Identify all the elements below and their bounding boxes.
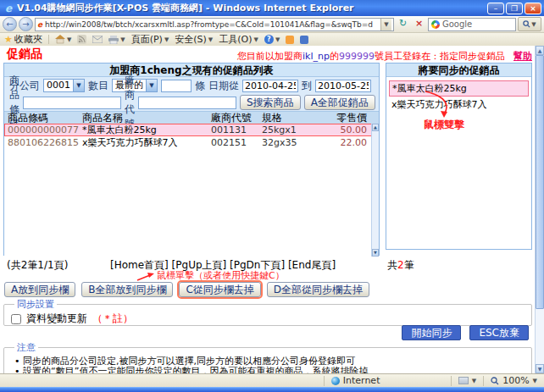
- chevron-down-icon: ▼: [120, 36, 125, 43]
- printer-icon: [108, 36, 119, 44]
- favorites-label: 收藏夾: [14, 33, 42, 46]
- zoom-level: 100%: [502, 375, 529, 386]
- print-button[interactable]: ▼: [108, 36, 125, 44]
- mail-icon[interactable]: [92, 36, 103, 43]
- count-input[interactable]: [161, 80, 192, 92]
- table-body: 0000000000772 *風車太白粉25kg 001131 25kgx1 5…: [4, 124, 379, 257]
- menu-page[interactable]: 頁面(P) ▼: [131, 33, 169, 46]
- addon-icon[interactable]: [286, 36, 294, 44]
- action-button-row: 開始同步 ESC放棄: [402, 325, 529, 340]
- cell-price: 50.00: [306, 124, 379, 135]
- add-to-sync-button[interactable]: A放到同步欄: [4, 282, 75, 297]
- search-button[interactable]: ▼: [518, 17, 541, 31]
- scroll-up-icon[interactable]: ▲: [536, 46, 544, 55]
- address-dropdown-icon[interactable]: ▼: [380, 19, 391, 30]
- date-to-input[interactable]: [315, 80, 371, 92]
- search-input[interactable]: Google: [428, 18, 516, 31]
- remove-all-from-sync-button[interactable]: D全部從同步欄去掉: [267, 282, 369, 297]
- cell-name: *風車太白粉25kg: [79, 124, 208, 136]
- sync-settings-legend: 同步設置: [14, 298, 57, 311]
- add-all-to-sync-button[interactable]: B全部放到同步欄: [81, 282, 173, 297]
- restore-button[interactable]: [506, 3, 523, 14]
- barcode-input[interactable]: [23, 97, 121, 109]
- table-header: 商品條碼 商品名稱 廠商代號 規格 零售價: [4, 111, 379, 124]
- scroll-up-icon[interactable]: ▲: [372, 124, 379, 131]
- sync-settings-group: 同步設置 資料變動更新 （＊註）: [3, 298, 532, 326]
- menu-safety[interactable]: 安全(S) ▼: [175, 33, 213, 46]
- sync-panel-header: 將要同步的促銷品: [386, 63, 531, 77]
- search-products-button[interactable]: S搜索商品: [240, 95, 301, 110]
- magnifier-icon: [523, 20, 530, 28]
- note-text: （＊註）: [92, 312, 133, 326]
- col-name: 商品名稱: [79, 111, 208, 125]
- vendor-input[interactable]: [138, 97, 236, 109]
- count-number: 2: [397, 259, 404, 271]
- help-icon: ?: [264, 35, 274, 44]
- page-summary: (共2筆1/1頁): [7, 258, 68, 273]
- cell-vendor: 002151: [208, 137, 258, 148]
- data-change-update-checkbox[interactable]: [11, 314, 21, 324]
- menu-tools[interactable]: 工具(O) ▼: [219, 33, 258, 46]
- red-arrow-icon: [136, 270, 156, 281]
- scrollbar-thumb[interactable]: [536, 55, 544, 309]
- star-icon: ★: [4, 34, 13, 45]
- merchant-id: ikl_np: [303, 51, 330, 62]
- favorites-button[interactable]: ★ 收藏夾: [4, 33, 42, 46]
- esc-cancel-button[interactable]: ESC放棄: [469, 325, 529, 340]
- table-row[interactable]: 0000000000772 *風車太白粉25kg 001131 25kgx1 5…: [4, 124, 379, 136]
- home-icon: [55, 35, 65, 44]
- close-button[interactable]: [525, 3, 541, 14]
- chevron-down-icon: ▼: [146, 80, 157, 91]
- back-button[interactable]: ←: [3, 17, 17, 31]
- zone-label: Internet: [343, 375, 380, 386]
- forward-button[interactable]: →: [19, 17, 33, 31]
- table-row[interactable]: 8801062268153 x樂天巧克力巧酥球7入 002151 32gx35 …: [4, 136, 379, 149]
- help-button[interactable]: ? ▼: [264, 35, 280, 44]
- remove-from-sync-button[interactable]: C從同步欄去掉: [179, 282, 260, 297]
- branch-select[interactable]: 0001 ▼: [43, 79, 85, 92]
- window-title: V1.04購物網同步作業[X-POS 雲端商務網] - Windows Inte…: [17, 2, 487, 14]
- filter-row-2: 商品條碼 廠商代號 S搜索商品 A全部促銷品: [4, 94, 379, 111]
- cell-spec: 32gx35: [258, 137, 306, 148]
- col-price: 零售價: [306, 111, 379, 125]
- address-input[interactable]: e http://win2008/tw/btch/xcarsxmltl.asp?…: [35, 18, 394, 31]
- search-dropdown-icon[interactable]: ▼: [531, 21, 536, 28]
- sync-button-row: A放到同步欄 B全部放到同步欄 C從同步欄去掉 D全部從同步欄去掉: [4, 282, 369, 297]
- notice-item: 設置的“數目”值不一定能同步你設定的數目，因為可能有重複的商品，系統將排除掉: [11, 367, 525, 373]
- all-promos-button[interactable]: A全部促銷品: [304, 95, 375, 110]
- start-sync-button[interactable]: 開始同步: [402, 325, 461, 340]
- magnifier-icon: [491, 377, 499, 385]
- stop-icon[interactable]: ×: [412, 17, 426, 31]
- sync-item[interactable]: x樂天巧克力巧酥球7入: [386, 97, 531, 113]
- tools-menu-label: 工具(O): [219, 33, 252, 46]
- protected-mode-indicator[interactable]: ▼: [451, 376, 483, 386]
- page-scrollbar[interactable]: ▲ ▼: [535, 46, 544, 373]
- branch-value: 0001: [44, 80, 73, 91]
- help-link[interactable]: 幫助: [513, 51, 532, 62]
- single-click-annotation: 鼠標單擊（或者使用快捷鍵C）: [136, 269, 285, 282]
- scroll-down-icon[interactable]: ▼: [536, 364, 544, 373]
- chevron-down-icon: ▼: [73, 80, 84, 91]
- home-button[interactable]: ▼: [55, 35, 71, 44]
- status-bar: Internet ▼ 100% ▼: [0, 373, 544, 387]
- count-prefix: 共: [387, 259, 397, 271]
- addon-icon[interactable]: [300, 36, 308, 44]
- count-select[interactable]: 最前的 ▼: [112, 79, 158, 92]
- col-vendor: 廠商代號: [208, 111, 258, 125]
- sync-item-selected[interactable]: *風車太白粉25kg: [389, 80, 529, 97]
- url-text: http://win2008/tw/btch/xcarsxmltl.asp?fr…: [45, 20, 380, 29]
- cell-barcode: 0000000000772: [4, 124, 79, 135]
- refresh-icon[interactable]: ↻: [396, 17, 410, 31]
- address-bar-row: ← → e http://win2008/tw/btch/xcarsxmltl.…: [0, 16, 544, 33]
- zoom-control[interactable]: 100% ▼: [483, 376, 544, 386]
- date-from-input[interactable]: [242, 80, 298, 92]
- page-menu-label: 頁面(P): [131, 33, 163, 46]
- scroll-down-icon[interactable]: ▼: [372, 249, 379, 257]
- single-click-text: 鼠標單擊（或者使用快捷鍵C）: [157, 269, 285, 282]
- table-scrollbar[interactable]: ▲ ▼: [371, 124, 379, 257]
- cell-barcode: 8801062268153: [4, 137, 79, 148]
- minimize-button[interactable]: [487, 3, 504, 14]
- count-unit-label: 條: [195, 79, 205, 93]
- feeds-icon[interactable]: [77, 35, 86, 44]
- notice-item: 同步的商品分公司設定,被同步方可以選擇,同步方的要以相應分公司身份登錄即可: [11, 356, 525, 367]
